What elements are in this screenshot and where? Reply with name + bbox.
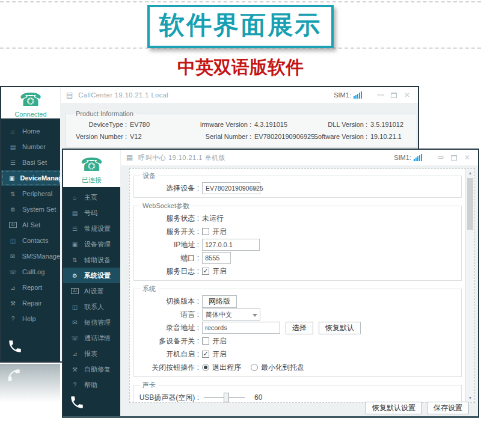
divider-top [0,1,481,2]
sidebar-item-general-settings[interactable]: ☰常规设置 [63,221,120,236]
bottom-action-bar: 恢复默认设置 保存设置 [120,400,478,416]
sidebar-item-system-set[interactable]: ⚙System Set [1,201,60,217]
sidebar-item-label: 报表 [84,349,97,358]
sidebar: ⌂主页 ▤号码 ☰常规设置 ▣设备管理 ⇅辅助设备 ⚙系统设置 AIAI设置 ◫… [63,187,120,416]
sidebar-item-system-settings[interactable]: ⚙系统设置 [63,268,120,283]
sidebar-item-home[interactable]: ⌂Home [1,123,60,139]
nav-list: ⌂Home ▤Number ☰Basi Set ▣DeviceManage ⇅P… [1,118,60,327]
tools-icon: ⚒ [71,366,79,373]
sidebar-item-contacts[interactable]: ◫Contacts [1,233,60,248]
save-settings-button[interactable]: 保存设置 [427,402,469,414]
language-select[interactable]: 简体中文 [202,308,260,321]
restore-default-settings-button[interactable]: 恢复默认设置 [366,402,422,414]
sidebar-item-help[interactable]: ?Help [1,311,60,327]
sidebar-item-report[interactable]: ⊿报表 [63,346,120,361]
sidebar-item-basic-set[interactable]: ☰Basi Set [1,155,60,170]
phone-logo-icon: ☎ [1,90,60,109]
sim-label: SIM1: [394,154,411,161]
ip-address-row: IP地址 : [139,238,456,251]
field-software-version: Software Version :19.10.21.1 [310,133,413,140]
record-path-input[interactable] [202,322,280,334]
field-firmware-version: irmware Version :4.3.191015 [180,121,310,128]
device-icon: ▣ [71,241,79,248]
device-select[interactable]: EV78020190906925 [202,182,260,194]
sidebar-item-number[interactable]: ▤Number [1,139,60,155]
sidebar-item-call-log[interactable]: ☏CallLog [1,264,60,280]
multi-device-checkbox[interactable] [202,337,209,345]
sidebar-item-label: 设备管理 [84,240,111,249]
sidebar-item-peripheral[interactable]: ⇅辅助设备 [63,252,120,268]
page-subtitle: 中英双语版软件 [0,55,481,80]
sidebar-item-repair[interactable]: ⚒Repair [1,295,60,311]
sidebar-item-sms-manage[interactable]: ✉SMSManage [1,248,60,264]
home-icon: ⌂ [9,128,17,135]
nav-list: ⌂主页 ▤号码 ☰常规设置 ▣设备管理 ⇅辅助设备 ⚙系统设置 AIAI设置 ◫… [63,187,120,393]
select-device-row: 选择设备 : EV78020190906925 [139,182,456,195]
chart-icon: ⊿ [71,351,79,357]
handset-icon [69,394,85,410]
field-version-number: Version Number :V12 [69,133,180,140]
help-icon: ? [9,316,17,322]
choose-button[interactable]: 选择 [286,322,313,334]
menu-icon[interactable]: ▤ [66,91,73,99]
sidebar-item-device-manage[interactable]: ▣设备管理 [63,236,120,252]
sidebar-item-ai-set[interactable]: AIAI Set [1,217,60,233]
banner-title: 软件界面展示 [159,8,322,42]
scrollbar-thumb[interactable] [467,178,473,230]
sidebar-item-contacts[interactable]: ◫联系人 [63,299,120,315]
sidebar-item-device-manage[interactable]: ▣DeviceManage [1,170,60,186]
minimize-tray-radio[interactable] [251,364,258,371]
field-label: 开机自启 : [139,349,199,360]
sidebar-item-label: 帮助 [84,381,97,390]
group-legend: 声卡 [140,381,158,390]
maximize-button[interactable] [391,93,397,98]
port-input[interactable] [202,252,231,264]
scroll-up-icon[interactable] [466,169,474,177]
signal-bars-icon [354,91,362,99]
sidebar-item-sms-manage[interactable]: ✉短信管理 [63,315,120,330]
minimize-button[interactable] [438,156,444,159]
sidebar-item-report[interactable]: ⊿Report [1,280,60,295]
restore-default-button[interactable]: 恢复默认 [319,322,361,334]
network-version-button[interactable]: 网络版 [202,295,237,308]
group-legend: 设备 [140,171,158,180]
boot-start-row: 开机自启 : 开启 [139,348,456,361]
window-title: 呼叫中心 19.10.21.1 单机版 [138,153,225,162]
close-button[interactable] [464,154,470,161]
exit-program-radio[interactable] [202,364,209,371]
multi-device-row: 多设备开关 : 开启 [139,334,456,348]
window-reflection-chinese: 恢复默认设置 保存设置 [62,420,479,447]
sidebar-item-help[interactable]: ?帮助 [63,377,120,393]
minimize-button[interactable] [378,94,384,96]
sidebar-item-ai-settings[interactable]: AIAI设置 [63,283,120,299]
switch-version-row: 切换版本 : 网络版 [139,295,456,308]
envelope-icon: ✉ [71,319,79,326]
sidebar-item-call-details[interactable]: ☏通话详情 [63,330,120,346]
close-button[interactable] [404,91,410,99]
page: 软件界面展示 中英双语版软件 ☎ Connected ▤ CallCenter … [0,0,481,448]
sidebar-item-label: 联系人 [84,302,104,311]
sidebar-item-label: Contacts [22,237,48,244]
sidebar-item-home[interactable]: ⌂主页 [63,189,120,205]
boot-start-checkbox[interactable] [202,351,209,358]
service-log-checkbox[interactable] [202,268,209,275]
sidebar-item-label: Home [22,127,40,135]
sidebar-item-self-repair[interactable]: ⚒自助修复 [63,361,120,377]
group-legend: WebSocket参数 [140,201,192,210]
service-switch-checkbox[interactable] [202,228,209,235]
sidebar-item-label: Help [22,315,36,322]
ip-address-input[interactable] [202,239,260,251]
titlebar: ▤ CallCenter 19.10.21.1 Local SIM1: [60,87,418,103]
sidebar-item-number[interactable]: ▤号码 [63,205,120,221]
sidebar-item-label: CallLog [22,268,44,275]
sidebar-item-peripheral[interactable]: ⇅Peripheral [1,186,60,201]
connection-status: Connected [1,111,60,118]
group-legend: Product Information [73,110,136,117]
peripheral-icon: ⇅ [9,191,17,197]
settings-scroll-panel: 设备 选择设备 : EV78020190906925 WebSocket参数 服… [129,168,475,403]
sidebar-item-label: SMSManage [22,253,60,260]
menu-icon[interactable]: ▤ [126,153,133,162]
home-icon: ⌂ [71,194,79,201]
maximize-button[interactable] [451,155,457,161]
scrollbar[interactable] [465,169,474,402]
